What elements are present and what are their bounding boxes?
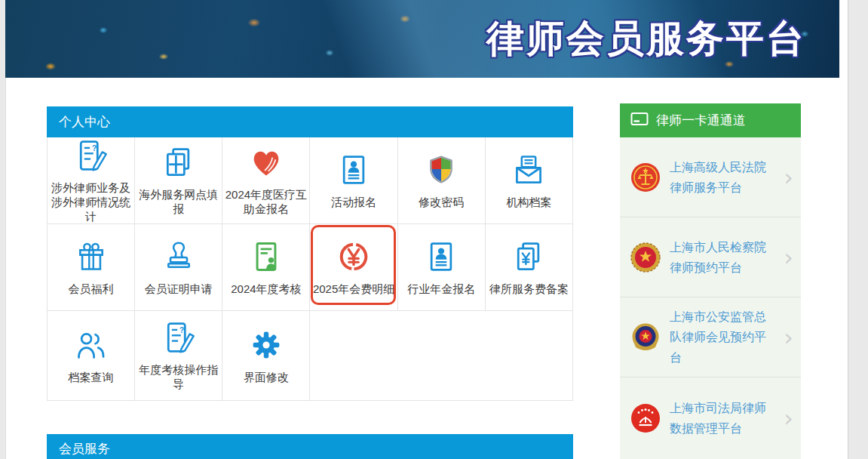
- lawyer-card-channel-panel: 律师一卡通通道 上海高级人民法院律师服务平台›上海市人民检察院律师预约平台›上海…: [620, 103, 801, 459]
- right-gutter: [848, 0, 868, 459]
- sidebar-link-3[interactable]: 上海市公安监管总队律师会见预约平台›: [620, 297, 801, 377]
- yen-documents-icon: [512, 239, 545, 274]
- banner-image: 律师会员服务平台: [5, 0, 839, 78]
- page-title: 律师会员服务平台: [486, 14, 806, 64]
- sidebar-header: 律师一卡通通道: [620, 103, 801, 137]
- chevron-right-icon: ›: [784, 245, 793, 270]
- heart-icon: [249, 145, 284, 180]
- form-pencil-icon: ?: [162, 320, 195, 355]
- grid-item-10[interactable]: 2025年会费明细: [310, 224, 397, 311]
- card-icon: [630, 112, 649, 130]
- grid-item-5[interactable]: 修改密码: [398, 137, 486, 224]
- chevron-right-icon: ›: [784, 325, 793, 350]
- grid-item-11[interactable]: 行业年金报名: [398, 224, 486, 311]
- grid-item-6[interactable]: 机构档案: [486, 137, 573, 224]
- grid-item-label: 2024年度医疗互助金报名: [222, 187, 309, 216]
- grid-item-3[interactable]: 2024年度医疗互助金报名: [222, 137, 310, 224]
- grid-item-8[interactable]: 会员证明申请: [135, 224, 222, 311]
- grid-item-7[interactable]: 会员福利: [48, 224, 135, 311]
- grid-item-label: 会员证明申请: [143, 282, 215, 296]
- court-emblem-icon: [630, 162, 661, 193]
- grid-empty-area: [310, 311, 573, 401]
- gift-icon: [75, 239, 108, 274]
- member-service-title: 会员服务: [59, 442, 110, 456]
- page: 律师会员服务平台 个人中心 ?涉外律师业务及涉外律师情况统计海外服务网点填报20…: [0, 0, 868, 459]
- personal-center-panel: 个人中心 ?涉外律师业务及涉外律师情况统计海外服务网点填报2024年度医疗互助金…: [47, 106, 573, 401]
- personal-center-grid: ?涉外律师业务及涉外律师情况统计海外服务网点填报2024年度医疗互助金报名活动报…: [47, 137, 573, 401]
- grid-item-label: 会员福利: [66, 282, 116, 296]
- grid-item-12[interactable]: 律所服务费备案: [486, 224, 573, 311]
- grid-item-9[interactable]: 2024年度考核: [222, 224, 310, 311]
- svg-text:?: ?: [91, 143, 96, 152]
- grid-item-label: 涉外律师业务及涉外律师情况统计: [48, 180, 134, 223]
- windows-grid-icon: [162, 145, 195, 180]
- grid-item-13[interactable]: 档案查询: [48, 311, 135, 401]
- document-person-icon: [250, 239, 283, 274]
- form-pencil-icon: ?: [75, 138, 108, 173]
- security-shield-icon: [425, 152, 458, 187]
- envelope-letter-icon: [512, 152, 545, 187]
- id-card-icon: [337, 152, 370, 187]
- procuratorate-emblem-icon: [630, 242, 661, 273]
- grid-item-2[interactable]: 海外服务网点填报: [135, 137, 222, 224]
- stamp-icon: [162, 239, 195, 274]
- sidebar-link-label: 上海市公安监管总队律师会见预约平台: [670, 307, 774, 368]
- justice-emblem-icon: [630, 403, 661, 433]
- personal-center-header: 个人中心: [47, 106, 573, 137]
- member-service-header: 会员服务: [47, 434, 573, 459]
- sidebar-link-1[interactable]: 上海高级人民法院律师服务平台›: [620, 137, 801, 217]
- grid-item-label: 海外服务网点填报: [135, 187, 222, 216]
- grid-item-4[interactable]: 活动报名: [310, 137, 397, 224]
- grid-item-1[interactable]: ?涉外律师业务及涉外律师情况统计: [48, 137, 135, 224]
- grid-item-label: 行业年金报名: [405, 282, 477, 296]
- grid-item-label: 2025年会费明细: [311, 282, 397, 296]
- gear-icon: [250, 328, 283, 362]
- sidebar-link-4[interactable]: 上海市司法局律师数据管理平台›: [620, 377, 801, 459]
- police-badge-icon: [630, 322, 661, 353]
- sidebar-link-label: 上海市司法局律师数据管理平台: [670, 398, 774, 439]
- sidebar-link-label: 上海市人民检察院律师预约平台: [670, 237, 774, 278]
- yen-circle-icon: [336, 239, 371, 274]
- chevron-right-icon: ›: [784, 406, 793, 430]
- grid-item-label: 年度考核操作指导: [135, 362, 222, 391]
- grid-item-14[interactable]: ?年度考核操作指导: [135, 311, 222, 401]
- sidebar-title: 律师一卡通通道: [656, 112, 746, 129]
- grid-item-label: 档案查询: [66, 370, 116, 384]
- grid-item-label: 修改密码: [416, 195, 466, 209]
- grid-item-label: 界面修改: [241, 370, 291, 384]
- sidebar-list: 上海高级人民法院律师服务平台›上海市人民检察院律师预约平台›上海市公安监管总队律…: [620, 137, 801, 459]
- grid-item-label: 活动报名: [329, 195, 379, 209]
- people-icon: [74, 328, 109, 362]
- chevron-right-icon: ›: [784, 165, 793, 189]
- grid-item-15[interactable]: 界面修改: [222, 311, 310, 401]
- sidebar-link-label: 上海高级人民法院律师服务平台: [670, 157, 774, 198]
- grid-item-label: 律所服务费备案: [487, 282, 571, 296]
- grid-item-label: 2024年度考核: [229, 282, 303, 296]
- sidebar-link-2[interactable]: 上海市人民检察院律师预约平台›: [620, 217, 801, 297]
- personal-center-title: 个人中心: [59, 115, 110, 129]
- grid-item-label: 机构档案: [504, 195, 554, 209]
- id-card-icon: [425, 239, 458, 274]
- svg-text:?: ?: [179, 326, 184, 334]
